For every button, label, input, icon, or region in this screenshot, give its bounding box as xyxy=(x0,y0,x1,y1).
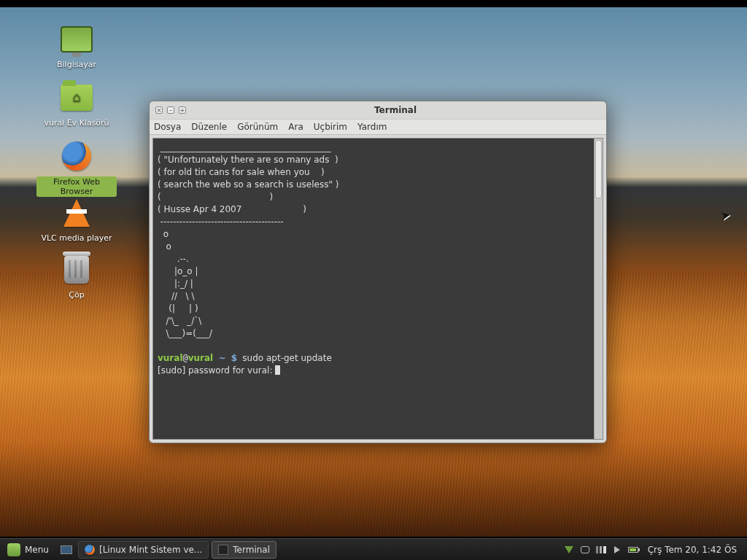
task-terminal[interactable]: Terminal xyxy=(212,541,276,559)
task-label: [Linux Mint Sistem ve... xyxy=(99,545,202,555)
tray-battery-icon[interactable] xyxy=(627,544,639,556)
taskbar-clock[interactable]: Çrş Tem 20, 1:42 ÖS xyxy=(643,545,741,555)
tray-network-icon[interactable] xyxy=(595,544,607,556)
desktop-icon-label: VLC media player xyxy=(41,233,112,243)
desktop[interactable]: Bilgisayar vural Ev Klasörü Firefox Web … xyxy=(0,7,747,537)
menu-ucbirim[interactable]: Uçbirim xyxy=(314,122,347,132)
terminal-output[interactable]: _______________________________________ … xyxy=(152,138,603,440)
terminal-sudo-line: [sudo] password for vural: xyxy=(158,365,275,376)
terminal-scrollbar[interactable] xyxy=(594,139,603,439)
task-label: Terminal xyxy=(233,545,270,555)
desktop-icon-trash[interactable]: Çöp xyxy=(40,252,113,300)
desktop-icon-home[interactable]: vural Ev Klasörü xyxy=(40,80,113,128)
menu-duzenle[interactable]: Düzenle xyxy=(191,122,227,132)
mint-logo-icon xyxy=(7,543,20,556)
monitor-icon xyxy=(61,26,93,52)
tray-volume-icon[interactable] xyxy=(611,544,623,556)
tray-update-icon[interactable] xyxy=(563,544,575,556)
menu-button[interactable]: Menu xyxy=(0,539,56,561)
window-close-button[interactable]: × xyxy=(155,106,163,114)
show-desktop-button[interactable] xyxy=(56,539,77,561)
firefox-icon xyxy=(85,545,95,555)
terminal-menubar: Dosya Düzenle Görünüm Ara Uçbirim Yardım xyxy=(150,119,606,135)
menu-yardim[interactable]: Yardım xyxy=(357,122,387,132)
prompt-symbol: $ xyxy=(231,353,237,363)
terminal-icon xyxy=(218,545,228,555)
desktop-icon-firefox[interactable]: Firefox Web Browser xyxy=(36,139,117,197)
menu-ara[interactable]: Ara xyxy=(288,122,303,132)
terminal-window[interactable]: × – + Terminal Dosya Düzenle Görünüm Ara… xyxy=(149,101,607,443)
prompt-user: vural xyxy=(158,353,183,363)
terminal-command: sudo apt-get update xyxy=(242,353,331,363)
scrollbar-thumb[interactable] xyxy=(595,140,602,198)
desktop-icon-label: Bilgisayar xyxy=(57,60,96,69)
menu-label: Menu xyxy=(25,545,49,555)
tray-chat-icon[interactable] xyxy=(579,544,591,556)
window-titlebar[interactable]: × – + Terminal xyxy=(150,101,606,119)
menu-dosya[interactable]: Dosya xyxy=(154,122,181,132)
task-firefox[interactable]: [Linux Mint Sistem ve... xyxy=(78,541,209,559)
menu-gorunum[interactable]: Görünüm xyxy=(237,122,278,132)
window-title: Terminal xyxy=(190,105,600,115)
taskbar[interactable]: Menu [Linux Mint Sistem ve... Terminal Ç… xyxy=(0,538,747,560)
desktop-icon-label: vural Ev Klasörü xyxy=(44,118,109,128)
mouse-pointer: ➤ xyxy=(719,208,732,223)
firefox-icon xyxy=(62,141,91,171)
window-minimize-button[interactable]: – xyxy=(167,106,174,114)
system-tray: Çrş Tem 20, 1:42 ÖS xyxy=(563,544,747,556)
window-maximize-button[interactable]: + xyxy=(179,106,186,114)
show-desktop-icon xyxy=(61,545,72,554)
vlc-icon xyxy=(63,199,90,227)
terminal-cursor xyxy=(275,365,280,375)
trash-icon xyxy=(64,256,89,284)
desktop-icon-computer[interactable]: Bilgisayar xyxy=(40,22,113,69)
desktop-icon-label: Çöp xyxy=(69,290,84,300)
prompt-path: ~ xyxy=(218,353,225,363)
folder-icon xyxy=(61,85,93,111)
prompt-host: vural xyxy=(188,353,214,363)
desktop-icon-vlc[interactable]: VLC media player xyxy=(40,195,113,243)
terminal-motd: _______________________________________ … xyxy=(158,142,338,338)
desktop-icon-label: Firefox Web Browser xyxy=(36,176,117,197)
